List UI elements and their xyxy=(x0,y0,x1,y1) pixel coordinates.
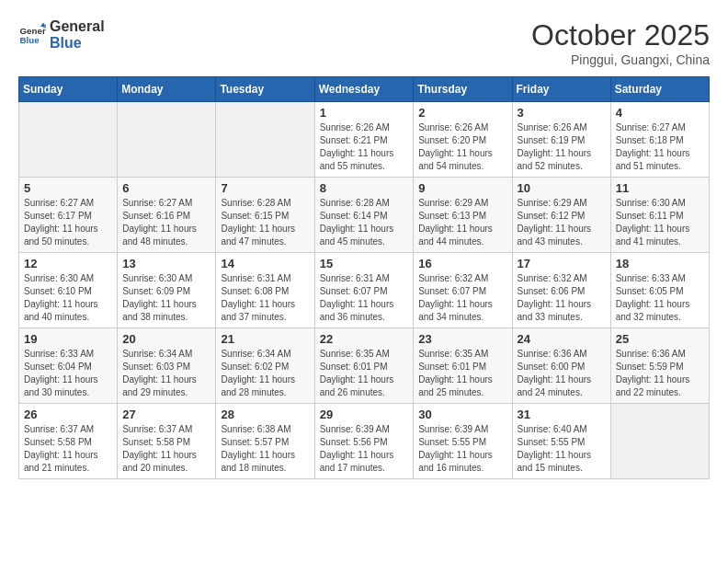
month-title: October 2025 xyxy=(531,18,710,52)
day-info: Sunrise: 6:27 AM Sunset: 6:17 PM Dayligh… xyxy=(24,197,112,248)
calendar-table: SundayMondayTuesdayWednesdayThursdayFrid… xyxy=(18,76,710,479)
week-row-3: 12Sunrise: 6:30 AM Sunset: 6:10 PM Dayli… xyxy=(19,253,710,328)
calendar-cell: 12Sunrise: 6:30 AM Sunset: 6:10 PM Dayli… xyxy=(19,253,118,328)
day-number: 3 xyxy=(518,106,606,120)
calendar-cell: 13Sunrise: 6:30 AM Sunset: 6:09 PM Dayli… xyxy=(118,253,216,328)
day-info: Sunrise: 6:38 AM Sunset: 5:57 PM Dayligh… xyxy=(221,423,309,475)
day-info: Sunrise: 6:35 AM Sunset: 6:01 PM Dayligh… xyxy=(320,348,409,399)
calendar-cell: 5Sunrise: 6:27 AM Sunset: 6:17 PM Daylig… xyxy=(19,178,118,253)
weekday-header-row: SundayMondayTuesdayWednesdayThursdayFrid… xyxy=(19,77,710,102)
calendar-cell: 20Sunrise: 6:34 AM Sunset: 6:03 PM Dayli… xyxy=(118,328,216,404)
day-number: 18 xyxy=(616,257,704,270)
calendar-cell: 8Sunrise: 6:28 AM Sunset: 6:14 PM Daylig… xyxy=(314,178,414,253)
calendar-cell: 4Sunrise: 6:27 AM Sunset: 6:18 PM Daylig… xyxy=(610,102,709,178)
day-info: Sunrise: 6:33 AM Sunset: 6:05 PM Dayligh… xyxy=(616,272,704,324)
calendar-cell: 28Sunrise: 6:38 AM Sunset: 5:57 PM Dayli… xyxy=(216,404,314,479)
calendar-cell: 26Sunrise: 6:37 AM Sunset: 5:58 PM Dayli… xyxy=(19,404,118,479)
day-number: 23 xyxy=(418,332,506,346)
weekday-header-tuesday: Tuesday xyxy=(216,77,314,102)
day-number: 31 xyxy=(518,408,606,421)
logo-icon: General Blue xyxy=(18,21,46,49)
day-info: Sunrise: 6:40 AM Sunset: 5:55 PM Dayligh… xyxy=(518,423,606,475)
week-row-4: 19Sunrise: 6:33 AM Sunset: 6:04 PM Dayli… xyxy=(19,328,710,404)
svg-text:General: General xyxy=(20,25,47,35)
day-info: Sunrise: 6:32 AM Sunset: 6:07 PM Dayligh… xyxy=(418,272,506,324)
title-block: October 2025 Pinggui, Guangxi, China xyxy=(531,18,710,67)
day-number: 19 xyxy=(24,332,112,346)
calendar-cell: 24Sunrise: 6:36 AM Sunset: 6:00 PM Dayli… xyxy=(512,328,610,404)
weekday-header-monday: Monday xyxy=(118,77,216,102)
calendar-cell: 17Sunrise: 6:32 AM Sunset: 6:06 PM Dayli… xyxy=(512,253,610,328)
calendar-cell: 30Sunrise: 6:39 AM Sunset: 5:55 PM Dayli… xyxy=(414,404,512,479)
day-number: 13 xyxy=(122,257,210,270)
page-header: General Blue General Blue October 2025 P… xyxy=(18,18,710,67)
weekday-header-sunday: Sunday xyxy=(19,77,118,102)
day-number: 22 xyxy=(320,332,409,346)
calendar-cell: 21Sunrise: 6:34 AM Sunset: 6:02 PM Dayli… xyxy=(216,328,314,404)
logo: General Blue General Blue xyxy=(18,18,105,51)
day-info: Sunrise: 6:26 AM Sunset: 6:21 PM Dayligh… xyxy=(320,121,409,173)
day-number: 11 xyxy=(616,181,704,195)
calendar-cell: 7Sunrise: 6:28 AM Sunset: 6:15 PM Daylig… xyxy=(216,178,314,253)
day-number: 8 xyxy=(320,181,409,195)
day-info: Sunrise: 6:36 AM Sunset: 5:59 PM Dayligh… xyxy=(616,348,704,399)
weekday-header-friday: Friday xyxy=(512,77,610,102)
day-info: Sunrise: 6:32 AM Sunset: 6:06 PM Dayligh… xyxy=(518,272,606,324)
day-number: 27 xyxy=(122,408,210,421)
day-number: 5 xyxy=(24,181,112,195)
day-info: Sunrise: 6:30 AM Sunset: 6:11 PM Dayligh… xyxy=(616,197,704,248)
week-row-5: 26Sunrise: 6:37 AM Sunset: 5:58 PM Dayli… xyxy=(19,404,710,479)
calendar-cell xyxy=(118,102,216,178)
calendar-cell: 10Sunrise: 6:29 AM Sunset: 6:12 PM Dayli… xyxy=(512,178,610,253)
day-number: 12 xyxy=(24,257,112,270)
day-number: 14 xyxy=(221,257,309,270)
week-row-1: 1Sunrise: 6:26 AM Sunset: 6:21 PM Daylig… xyxy=(19,102,710,178)
day-info: Sunrise: 6:31 AM Sunset: 6:07 PM Dayligh… xyxy=(320,272,409,324)
day-number: 17 xyxy=(518,257,606,270)
weekday-header-saturday: Saturday xyxy=(610,77,709,102)
day-info: Sunrise: 6:36 AM Sunset: 6:00 PM Dayligh… xyxy=(518,348,606,399)
calendar-cell: 2Sunrise: 6:26 AM Sunset: 6:20 PM Daylig… xyxy=(414,102,512,178)
day-info: Sunrise: 6:27 AM Sunset: 6:16 PM Dayligh… xyxy=(122,197,210,248)
day-number: 21 xyxy=(221,332,309,346)
day-number: 25 xyxy=(616,332,704,346)
day-number: 10 xyxy=(518,181,606,195)
calendar-cell: 9Sunrise: 6:29 AM Sunset: 6:13 PM Daylig… xyxy=(414,178,512,253)
calendar-cell: 15Sunrise: 6:31 AM Sunset: 6:07 PM Dayli… xyxy=(314,253,414,328)
day-number: 16 xyxy=(418,257,506,270)
day-info: Sunrise: 6:28 AM Sunset: 6:14 PM Dayligh… xyxy=(320,197,409,248)
weekday-header-wednesday: Wednesday xyxy=(314,77,414,102)
calendar-cell xyxy=(216,102,314,178)
day-info: Sunrise: 6:39 AM Sunset: 5:55 PM Dayligh… xyxy=(418,423,506,475)
day-info: Sunrise: 6:30 AM Sunset: 6:09 PM Dayligh… xyxy=(122,272,210,324)
day-info: Sunrise: 6:29 AM Sunset: 6:12 PM Dayligh… xyxy=(518,197,606,248)
day-number: 6 xyxy=(122,181,210,195)
calendar-cell: 31Sunrise: 6:40 AM Sunset: 5:55 PM Dayli… xyxy=(512,404,610,479)
day-info: Sunrise: 6:34 AM Sunset: 6:02 PM Dayligh… xyxy=(221,348,309,399)
day-number: 24 xyxy=(518,332,606,346)
logo-line2: Blue xyxy=(50,35,105,52)
calendar-cell: 1Sunrise: 6:26 AM Sunset: 6:21 PM Daylig… xyxy=(314,102,414,178)
day-number: 9 xyxy=(418,181,506,195)
day-info: Sunrise: 6:28 AM Sunset: 6:15 PM Dayligh… xyxy=(221,197,309,248)
day-info: Sunrise: 6:37 AM Sunset: 5:58 PM Dayligh… xyxy=(122,423,210,475)
day-info: Sunrise: 6:29 AM Sunset: 6:13 PM Dayligh… xyxy=(418,197,506,248)
day-number: 26 xyxy=(24,408,112,421)
svg-text:Blue: Blue xyxy=(20,35,40,45)
day-info: Sunrise: 6:33 AM Sunset: 6:04 PM Dayligh… xyxy=(24,348,112,399)
day-info: Sunrise: 6:26 AM Sunset: 6:19 PM Dayligh… xyxy=(518,121,606,173)
day-number: 29 xyxy=(320,408,409,421)
calendar-cell xyxy=(610,404,709,479)
day-info: Sunrise: 6:30 AM Sunset: 6:10 PM Dayligh… xyxy=(24,272,112,324)
calendar-cell: 18Sunrise: 6:33 AM Sunset: 6:05 PM Dayli… xyxy=(610,253,709,328)
week-row-2: 5Sunrise: 6:27 AM Sunset: 6:17 PM Daylig… xyxy=(19,178,710,253)
calendar-cell: 14Sunrise: 6:31 AM Sunset: 6:08 PM Dayli… xyxy=(216,253,314,328)
day-number: 7 xyxy=(221,181,309,195)
day-info: Sunrise: 6:27 AM Sunset: 6:18 PM Dayligh… xyxy=(616,121,704,173)
day-number: 2 xyxy=(418,106,506,120)
calendar-cell: 23Sunrise: 6:35 AM Sunset: 6:01 PM Dayli… xyxy=(414,328,512,404)
day-info: Sunrise: 6:37 AM Sunset: 5:58 PM Dayligh… xyxy=(24,423,112,475)
weekday-header-thursday: Thursday xyxy=(414,77,512,102)
calendar-cell: 29Sunrise: 6:39 AM Sunset: 5:56 PM Dayli… xyxy=(314,404,414,479)
calendar-cell: 27Sunrise: 6:37 AM Sunset: 5:58 PM Dayli… xyxy=(118,404,216,479)
